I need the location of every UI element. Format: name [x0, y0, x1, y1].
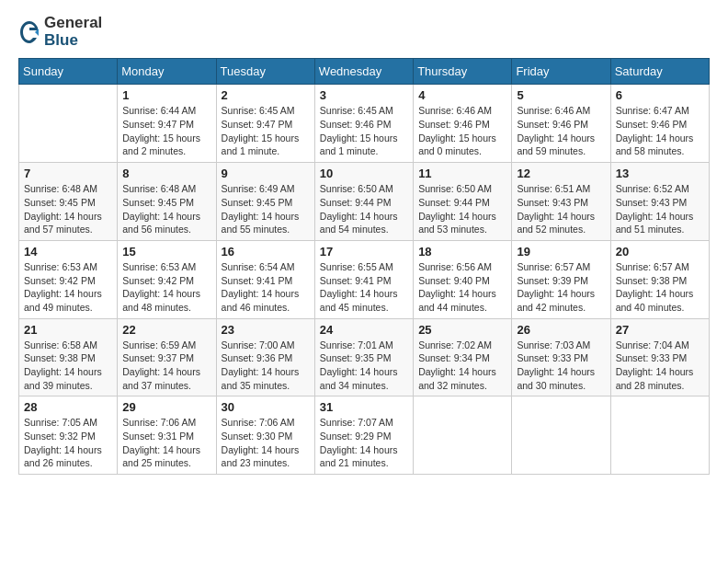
- day-info: Sunrise: 7:07 AMSunset: 9:29 PMDaylight:…: [320, 416, 408, 470]
- day-info: Sunrise: 6:45 AMSunset: 9:47 PMDaylight:…: [222, 104, 310, 158]
- calendar-cell: 26Sunrise: 7:03 AMSunset: 9:33 PMDayligh…: [512, 318, 610, 396]
- day-number: 13: [616, 167, 704, 180]
- day-info: Sunrise: 7:00 AMSunset: 9:36 PMDaylight:…: [222, 339, 310, 393]
- calendar-cell: 6Sunrise: 6:47 AMSunset: 9:46 PMDaylight…: [610, 85, 709, 163]
- day-number: 22: [122, 323, 210, 337]
- calendar-cell: 5Sunrise: 6:46 AMSunset: 9:46 PMDaylight…: [512, 85, 610, 163]
- calendar-cell: 3Sunrise: 6:45 AMSunset: 9:46 PMDaylight…: [314, 85, 413, 163]
- weekday-header-saturday: Saturday: [610, 59, 709, 85]
- day-info: Sunrise: 6:47 AMSunset: 9:46 PMDaylight:…: [616, 104, 704, 158]
- calendar-cell: 10Sunrise: 6:50 AMSunset: 9:44 PMDayligh…: [314, 163, 413, 241]
- calendar-cell: 20Sunrise: 6:57 AMSunset: 9:38 PMDayligh…: [610, 240, 709, 318]
- day-info: Sunrise: 6:57 AMSunset: 9:38 PMDaylight:…: [616, 260, 704, 315]
- calendar-cell: [19, 85, 118, 163]
- day-info: Sunrise: 7:03 AMSunset: 9:33 PMDaylight:…: [517, 339, 605, 393]
- day-number: 28: [24, 400, 112, 414]
- page-header: General Blue: [18, 15, 710, 49]
- calendar-cell: 24Sunrise: 7:01 AMSunset: 9:35 PMDayligh…: [314, 318, 413, 396]
- day-info: Sunrise: 7:06 AMSunset: 9:31 PMDaylight:…: [122, 416, 210, 470]
- day-number: 11: [418, 167, 506, 180]
- calendar-cell: 23Sunrise: 7:00 AMSunset: 9:36 PMDayligh…: [216, 318, 314, 396]
- calendar-cell: 30Sunrise: 7:06 AMSunset: 9:30 PMDayligh…: [216, 396, 314, 475]
- weekday-header-sunday: Sunday: [19, 59, 118, 85]
- day-number: 2: [222, 88, 310, 102]
- calendar-cell: 8Sunrise: 6:48 AMSunset: 9:45 PMDaylight…: [118, 163, 216, 241]
- calendar-cell: 25Sunrise: 7:02 AMSunset: 9:34 PMDayligh…: [414, 318, 512, 396]
- calendar-week-row: 7Sunrise: 6:48 AMSunset: 9:45 PMDaylight…: [19, 163, 710, 241]
- calendar-week-row: 14Sunrise: 6:53 AMSunset: 9:42 PMDayligh…: [19, 240, 710, 318]
- day-number: 21: [24, 323, 112, 337]
- calendar-cell: [512, 396, 610, 475]
- day-number: 16: [222, 245, 310, 259]
- calendar-week-row: 28Sunrise: 7:05 AMSunset: 9:32 PMDayligh…: [19, 396, 710, 475]
- calendar-cell: 18Sunrise: 6:56 AMSunset: 9:40 PMDayligh…: [414, 240, 512, 318]
- calendar-cell: 15Sunrise: 6:53 AMSunset: 9:42 PMDayligh…: [118, 240, 216, 318]
- day-number: 4: [418, 88, 506, 102]
- day-number: 31: [320, 400, 408, 414]
- calendar-week-row: 1Sunrise: 6:44 AMSunset: 9:47 PMDaylight…: [19, 85, 710, 163]
- day-info: Sunrise: 6:54 AMSunset: 9:41 PMDaylight:…: [222, 260, 310, 315]
- day-number: 30: [222, 400, 310, 414]
- day-info: Sunrise: 6:48 AMSunset: 9:45 PMDaylight:…: [122, 182, 210, 236]
- logo: General Blue: [18, 15, 102, 49]
- calendar-cell: 12Sunrise: 6:51 AMSunset: 9:43 PMDayligh…: [512, 163, 610, 241]
- day-number: 27: [616, 323, 704, 337]
- calendar-cell: [610, 396, 709, 475]
- day-info: Sunrise: 6:46 AMSunset: 9:46 PMDaylight:…: [517, 104, 605, 158]
- calendar-cell: 22Sunrise: 6:59 AMSunset: 9:37 PMDayligh…: [118, 318, 216, 396]
- calendar-cell: 29Sunrise: 7:06 AMSunset: 9:31 PMDayligh…: [118, 396, 216, 475]
- weekday-header-monday: Monday: [118, 59, 216, 85]
- day-info: Sunrise: 6:51 AMSunset: 9:43 PMDaylight:…: [517, 182, 605, 236]
- day-info: Sunrise: 6:53 AMSunset: 9:42 PMDaylight:…: [24, 260, 112, 315]
- day-number: 15: [122, 245, 210, 259]
- day-info: Sunrise: 6:52 AMSunset: 9:43 PMDaylight:…: [616, 182, 704, 236]
- calendar-cell: 19Sunrise: 6:57 AMSunset: 9:39 PMDayligh…: [512, 240, 610, 318]
- day-info: Sunrise: 6:58 AMSunset: 9:38 PMDaylight:…: [24, 339, 112, 393]
- calendar-cell: 1Sunrise: 6:44 AMSunset: 9:47 PMDaylight…: [118, 85, 216, 163]
- calendar-cell: 2Sunrise: 6:45 AMSunset: 9:47 PMDaylight…: [216, 85, 314, 163]
- calendar-table: SundayMondayTuesdayWednesdayThursdayFrid…: [18, 58, 710, 475]
- day-number: 23: [222, 323, 310, 337]
- day-number: 26: [517, 323, 605, 337]
- day-number: 3: [320, 88, 408, 102]
- logo-icon: [18, 19, 40, 45]
- day-number: 5: [517, 88, 605, 102]
- day-number: 1: [122, 88, 210, 102]
- calendar-cell: 7Sunrise: 6:48 AMSunset: 9:45 PMDaylight…: [19, 163, 118, 241]
- day-number: 14: [24, 245, 112, 259]
- day-info: Sunrise: 6:57 AMSunset: 9:39 PMDaylight:…: [517, 260, 605, 315]
- day-number: 17: [320, 245, 408, 259]
- day-info: Sunrise: 6:48 AMSunset: 9:45 PMDaylight:…: [24, 182, 112, 236]
- day-info: Sunrise: 6:55 AMSunset: 9:41 PMDaylight:…: [320, 260, 408, 315]
- day-number: 9: [222, 167, 310, 180]
- day-info: Sunrise: 6:50 AMSunset: 9:44 PMDaylight:…: [320, 182, 408, 236]
- calendar-cell: 31Sunrise: 7:07 AMSunset: 9:29 PMDayligh…: [314, 396, 413, 475]
- day-info: Sunrise: 6:49 AMSunset: 9:45 PMDaylight:…: [222, 182, 310, 236]
- calendar-cell: 27Sunrise: 7:04 AMSunset: 9:33 PMDayligh…: [610, 318, 709, 396]
- calendar-cell: 11Sunrise: 6:50 AMSunset: 9:44 PMDayligh…: [414, 163, 512, 241]
- day-info: Sunrise: 6:45 AMSunset: 9:46 PMDaylight:…: [320, 104, 408, 158]
- calendar-cell: 4Sunrise: 6:46 AMSunset: 9:46 PMDaylight…: [414, 85, 512, 163]
- calendar-cell: 17Sunrise: 6:55 AMSunset: 9:41 PMDayligh…: [314, 240, 413, 318]
- day-info: Sunrise: 7:06 AMSunset: 9:30 PMDaylight:…: [222, 416, 310, 470]
- day-number: 6: [616, 88, 704, 102]
- day-number: 24: [320, 323, 408, 337]
- calendar-cell: 14Sunrise: 6:53 AMSunset: 9:42 PMDayligh…: [19, 240, 118, 318]
- calendar-cell: 13Sunrise: 6:52 AMSunset: 9:43 PMDayligh…: [610, 163, 709, 241]
- day-info: Sunrise: 6:59 AMSunset: 9:37 PMDaylight:…: [122, 339, 210, 393]
- weekday-header-wednesday: Wednesday: [314, 59, 413, 85]
- calendar-cell: 28Sunrise: 7:05 AMSunset: 9:32 PMDayligh…: [19, 396, 118, 475]
- day-info: Sunrise: 6:56 AMSunset: 9:40 PMDaylight:…: [418, 260, 506, 315]
- day-info: Sunrise: 7:01 AMSunset: 9:35 PMDaylight:…: [320, 339, 408, 393]
- day-info: Sunrise: 6:46 AMSunset: 9:46 PMDaylight:…: [418, 104, 506, 158]
- day-info: Sunrise: 6:44 AMSunset: 9:47 PMDaylight:…: [122, 104, 210, 158]
- calendar-week-row: 21Sunrise: 6:58 AMSunset: 9:38 PMDayligh…: [19, 318, 710, 396]
- weekday-header-tuesday: Tuesday: [216, 59, 314, 85]
- day-number: 19: [517, 245, 605, 259]
- day-number: 12: [517, 167, 605, 180]
- day-number: 18: [418, 245, 506, 259]
- weekday-header-friday: Friday: [512, 59, 610, 85]
- day-info: Sunrise: 6:50 AMSunset: 9:44 PMDaylight:…: [418, 182, 506, 236]
- weekday-header-thursday: Thursday: [414, 59, 512, 85]
- logo-text: General Blue: [44, 15, 102, 49]
